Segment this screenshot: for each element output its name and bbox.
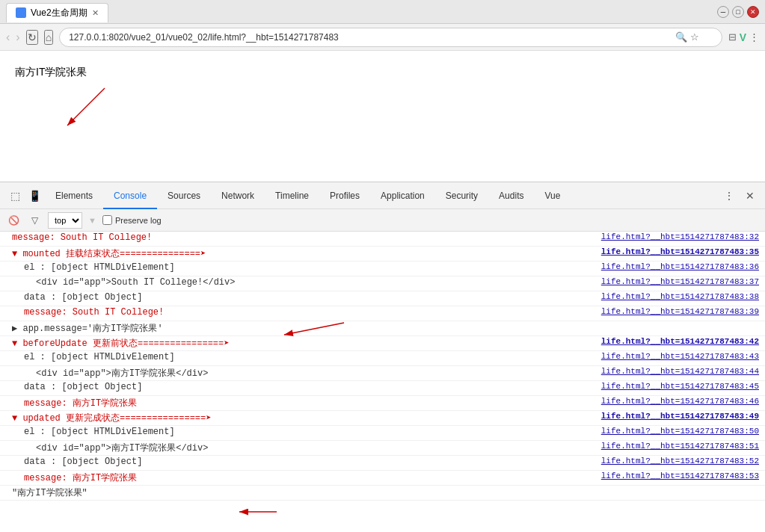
back-button[interactable]: ‹ xyxy=(6,31,10,44)
console-row-link[interactable]: life.html?__hbt=1514271787483:32 xyxy=(601,232,765,241)
refresh-button[interactable]: ↻ xyxy=(26,30,38,45)
console-row-link[interactable]: life.html?__hbt=1514271787483:42 xyxy=(601,337,765,346)
console-row-text: message: South IT College! xyxy=(12,232,152,243)
window-max-btn[interactable]: □ xyxy=(732,6,744,18)
console-row-text: ▼ updated 更新完成状态================➤ xyxy=(12,413,211,424)
tab-vue[interactable]: Vue xyxy=(534,182,571,209)
console-context-select[interactable]: top xyxy=(48,212,82,229)
console-row-text: data : [object Object] xyxy=(24,292,142,303)
console-row-text: message: South IT College! xyxy=(24,307,164,318)
star-icon: ☆ xyxy=(690,31,699,43)
bookmark-icon: ⊟ xyxy=(728,31,737,43)
console-row-content: data : [object Object] xyxy=(6,457,601,467)
console-row-link[interactable]: life.html?__hbt=1514271787483:52 xyxy=(601,457,765,466)
console-row-text: el : [object HTMLDivElement] xyxy=(24,262,175,273)
console-row: "南方IT学院张果" xyxy=(0,486,765,501)
console-row-content: message: 南方IT学院张果 xyxy=(6,397,601,409)
devtools-inspect-btn[interactable]: ⬚ xyxy=(6,187,24,205)
console-row-content: <div id="app">南方IT学院张果</div> xyxy=(6,442,601,454)
tab-security[interactable]: Security xyxy=(435,182,488,209)
tab-console[interactable]: Console xyxy=(103,182,157,209)
console-row-text: ▼ beforeUpdate 更新前状态================➤ xyxy=(12,338,229,349)
console-rows-container: message: South IT College!life.html?__hb… xyxy=(0,232,765,501)
console-row-link[interactable]: life.html?__hbt=1514271787483:46 xyxy=(601,397,765,406)
console-row-content: data : [object Object] xyxy=(6,292,601,303)
console-row-content: ▼ updated 更新完成状态================➤ xyxy=(6,412,601,424)
console-row-link[interactable]: life.html?__hbt=1514271787483:50 xyxy=(601,427,765,436)
console-row-link[interactable]: life.html?__hbt=1514271787483:44 xyxy=(601,367,765,376)
console-row-text: ▶ app.message='南方IT学院张果' xyxy=(12,324,163,334)
tab-application[interactable]: Application xyxy=(370,182,435,209)
console-row-content: <div id="app">South IT College!</div> xyxy=(6,277,601,288)
console-row-link[interactable]: life.html?__hbt=1514271787483:43 xyxy=(601,352,765,361)
window-controls: ─ □ ✕ xyxy=(717,6,759,18)
console-filter-icon: ▽ xyxy=(27,213,42,228)
console-row: <div id="app">South IT College!</div>lif… xyxy=(0,276,765,291)
console-clear-btn[interactable]: 🚫 xyxy=(6,213,21,228)
window-close-btn[interactable]: ✕ xyxy=(747,6,759,18)
console-row-text: el : [object HTMLDivElement] xyxy=(24,427,175,437)
console-row-text: message: 南方IT学院张果 xyxy=(24,398,137,409)
tab-audits[interactable]: Audits xyxy=(488,182,534,209)
tab-area: Vue2生命周期 ✕ xyxy=(6,1,108,22)
devtools-more-btn[interactable]: ⋮ xyxy=(720,187,738,205)
console-output[interactable]: message: South IT College!life.html?__hb… xyxy=(0,232,765,532)
console-row: ▼ updated 更新完成状态================➤life.ht… xyxy=(0,411,765,426)
devtools-tabs: Elements Console Sources Network Timelin… xyxy=(45,182,571,209)
tab-network[interactable]: Network xyxy=(211,182,265,209)
devtools-panel: ⬚ 📱 Elements Console Sources Network Tim… xyxy=(0,182,765,532)
console-row-text: <div id="app">南方IT学院张果</div> xyxy=(36,443,208,454)
url-box[interactable]: 127.0.0.1:8020/vue2_01/vue02_02/life.htm… xyxy=(59,28,722,47)
console-row-link[interactable]: life.html?__hbt=1514271787483:35 xyxy=(601,247,765,256)
console-row-content: <div id="app">南方IT学院张果</div> xyxy=(6,367,601,380)
page-main-text: 南方IT学院张果 xyxy=(15,66,750,79)
console-row-text: "南方IT学院张果" xyxy=(12,488,87,498)
console-row-text: message: 南方IT学院张果 xyxy=(24,473,137,483)
preserve-log-label: Preserve log xyxy=(115,216,162,225)
menu-icon: ⋮ xyxy=(749,31,759,43)
console-row-content: message: 南方IT学院张果 xyxy=(6,471,601,484)
browser-titlebar: Vue2生命周期 ✕ ─ □ ✕ xyxy=(0,0,765,24)
console-row-link[interactable]: life.html?__hbt=1514271787483:36 xyxy=(601,262,765,271)
home-button[interactable]: ⌂ xyxy=(44,30,53,45)
console-row-text: data : [object Object] xyxy=(24,457,142,467)
window-min-btn[interactable]: ─ xyxy=(717,6,729,18)
page-content: 南方IT学院张果 xyxy=(0,51,765,182)
console-row-content: ▼ mounted 挂载结束状态===============➤ xyxy=(6,247,601,260)
console-row: <div id="app">南方IT学院张果</div>life.html?__… xyxy=(0,366,765,381)
devtools-device-btn[interactable]: 📱 xyxy=(25,187,43,205)
console-toolbar: 🚫 ▽ top ▼ Preserve log xyxy=(0,209,765,232)
console-row-link[interactable]: life.html?__hbt=1514271787483:37 xyxy=(601,277,765,286)
browser-tab[interactable]: Vue2生命周期 ✕ xyxy=(6,3,108,22)
console-row-link[interactable]: life.html?__hbt=1514271787483:39 xyxy=(601,307,765,316)
console-row-link[interactable]: life.html?__hbt=1514271787483:53 xyxy=(601,471,765,480)
tab-profiles[interactable]: Profiles xyxy=(319,182,370,209)
console-row-link[interactable]: life.html?__hbt=1514271787483:45 xyxy=(601,382,765,391)
console-row: el : [object HTMLDivElement]life.html?__… xyxy=(0,262,765,276)
preserve-log-container: Preserve log xyxy=(102,215,162,225)
console-row-content: message: South IT College! xyxy=(6,232,601,243)
console-row-link[interactable]: life.html?__hbt=1514271787483:49 xyxy=(601,412,765,421)
console-row: message: 南方IT学院张果life.html?__hbt=1514271… xyxy=(0,396,765,411)
console-row: el : [object HTMLDivElement]life.html?__… xyxy=(0,426,765,441)
tab-timeline[interactable]: Timeline xyxy=(265,182,319,209)
console-row-content: el : [object HTMLDivElement] xyxy=(6,427,601,437)
console-row-content: ▶ app.message='南方IT学院张果' xyxy=(6,322,765,335)
console-row-content: message: South IT College! xyxy=(6,307,601,318)
tab-title: Vue2生命周期 xyxy=(31,7,87,19)
console-row: message: 南方IT学院张果life.html?__hbt=1514271… xyxy=(0,471,765,486)
forward-button[interactable]: › xyxy=(16,31,19,44)
tab-elements[interactable]: Elements xyxy=(45,182,103,209)
console-row-text: ▼ mounted 挂载结束状态===============➤ xyxy=(12,249,206,259)
console-row-link[interactable]: life.html?__hbt=1514271787483:38 xyxy=(601,292,765,301)
tab-close-btn[interactable]: ✕ xyxy=(92,8,99,18)
console-row-link[interactable]: life.html?__hbt=1514271787483:51 xyxy=(601,442,765,451)
url-icons: 🔍 ☆ xyxy=(675,31,699,43)
devtools-tab-end: ⋮ ✕ xyxy=(720,187,759,205)
tab-sources[interactable]: Sources xyxy=(157,182,211,209)
console-row: ▶ app.message='南方IT学院张果' xyxy=(0,321,765,336)
console-row: ▼ beforeUpdate 更新前状态================➤lif… xyxy=(0,336,765,351)
console-row-content: "南方IT学院张果" xyxy=(6,486,765,499)
devtools-close-btn[interactable]: ✕ xyxy=(741,187,759,205)
preserve-log-checkbox[interactable] xyxy=(102,215,112,225)
